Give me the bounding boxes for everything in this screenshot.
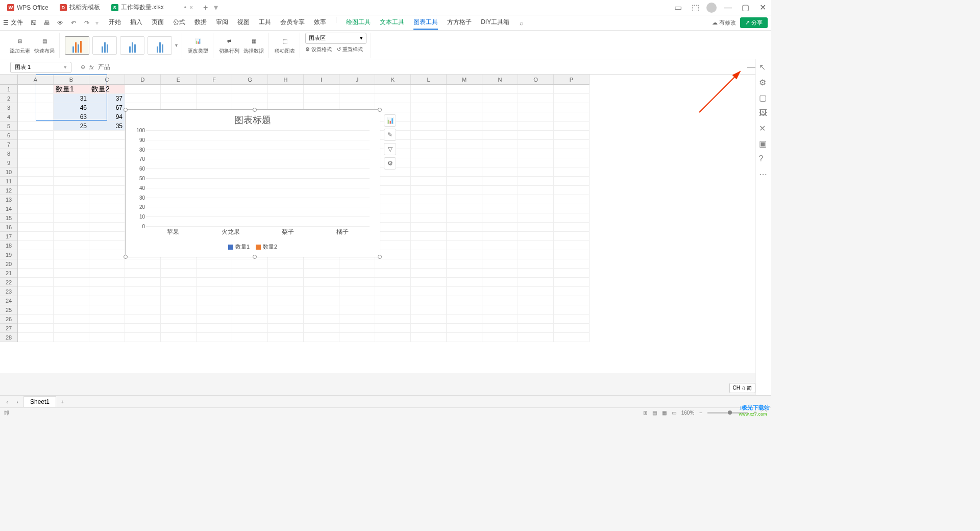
fx-label[interactable]: fx xyxy=(89,64,94,70)
cell[interactable]: 94 xyxy=(89,112,125,122)
cell[interactable] xyxy=(89,177,125,186)
row-header[interactable]: 1 xyxy=(0,85,17,94)
cell[interactable] xyxy=(18,250,54,259)
cell[interactable]: 35 xyxy=(89,122,125,131)
cell[interactable] xyxy=(518,315,554,324)
cell[interactable] xyxy=(518,122,554,131)
cell[interactable] xyxy=(375,94,411,103)
cell[interactable] xyxy=(197,296,232,305)
cell[interactable] xyxy=(554,85,590,94)
cell[interactable] xyxy=(18,140,54,149)
col-header[interactable]: K xyxy=(375,75,411,84)
tab-start[interactable]: 开始 xyxy=(109,16,121,30)
row-header[interactable]: 10 xyxy=(0,167,17,177)
cell[interactable] xyxy=(339,259,375,269)
share-button[interactable]: ↗ 分享 xyxy=(740,17,768,28)
cell[interactable] xyxy=(554,149,590,158)
cell[interactable] xyxy=(54,177,89,186)
cell[interactable] xyxy=(375,213,411,223)
cell[interactable] xyxy=(411,149,447,158)
cell[interactable] xyxy=(268,296,304,305)
cell[interactable] xyxy=(482,112,518,122)
cell[interactable] xyxy=(232,296,268,305)
col-header[interactable]: P xyxy=(554,75,590,84)
cell[interactable] xyxy=(482,296,518,305)
cell[interactable] xyxy=(518,94,554,103)
cell[interactable] xyxy=(54,278,89,287)
cell[interactable] xyxy=(411,112,447,122)
cell[interactable] xyxy=(411,232,447,241)
cell[interactable] xyxy=(411,85,447,94)
cell[interactable] xyxy=(304,296,339,305)
cell[interactable] xyxy=(482,232,518,241)
cell[interactable] xyxy=(89,241,125,250)
select-data-button[interactable]: ▦选择数据 xyxy=(243,36,264,55)
cell[interactable] xyxy=(18,333,54,342)
col-header[interactable]: B xyxy=(54,75,89,84)
close-window-icon[interactable]: ✕ xyxy=(756,2,769,14)
cell[interactable] xyxy=(447,315,482,324)
cell[interactable] xyxy=(554,223,590,232)
cell[interactable] xyxy=(482,241,518,250)
tab-member[interactable]: 会员专享 xyxy=(280,16,305,30)
chart-legend[interactable]: 数量1 数量2 xyxy=(126,243,380,251)
cell[interactable] xyxy=(232,333,268,342)
cell[interactable] xyxy=(518,186,554,195)
app-tab-workbook[interactable]: S 工作簿数量.xlsx • × xyxy=(106,1,198,14)
cell[interactable] xyxy=(518,223,554,232)
row-header[interactable]: 9 xyxy=(0,158,17,167)
cell[interactable] xyxy=(518,259,554,269)
cell[interactable] xyxy=(125,287,161,296)
cell[interactable] xyxy=(518,232,554,241)
cell[interactable] xyxy=(554,241,590,250)
cell[interactable] xyxy=(18,241,54,250)
more-icon[interactable]: ⋯ xyxy=(759,170,768,179)
cell[interactable] xyxy=(554,122,590,131)
cell[interactable] xyxy=(518,167,554,177)
row-header[interactable]: 18 xyxy=(0,241,17,250)
cell[interactable] xyxy=(339,296,375,305)
cell[interactable] xyxy=(482,167,518,177)
cell[interactable] xyxy=(447,112,482,122)
cell[interactable] xyxy=(161,94,197,103)
cell[interactable] xyxy=(482,223,518,232)
cell[interactable] xyxy=(375,259,411,269)
cell[interactable] xyxy=(411,305,447,315)
cell[interactable] xyxy=(54,250,89,259)
image-icon[interactable]: 🖼 xyxy=(759,108,768,117)
row-header[interactable]: 26 xyxy=(0,315,17,324)
chart-style-2[interactable] xyxy=(92,36,117,55)
cell[interactable] xyxy=(232,259,268,269)
cell[interactable] xyxy=(518,149,554,158)
formula-input[interactable]: 产品 xyxy=(98,63,747,71)
cell[interactable] xyxy=(89,195,125,204)
cell[interactable] xyxy=(197,278,232,287)
cell[interactable] xyxy=(554,259,590,269)
cell[interactable] xyxy=(161,296,197,305)
row-header[interactable]: 12 xyxy=(0,186,17,195)
cell[interactable] xyxy=(89,315,125,324)
cell[interactable] xyxy=(54,287,89,296)
cell[interactable]: 数量1 xyxy=(54,85,89,94)
cell[interactable] xyxy=(447,232,482,241)
cell[interactable] xyxy=(89,167,125,177)
cell[interactable] xyxy=(554,278,590,287)
cell[interactable] xyxy=(125,315,161,324)
cell[interactable] xyxy=(18,204,54,213)
cell[interactable] xyxy=(518,287,554,296)
cell[interactable] xyxy=(161,278,197,287)
cell[interactable] xyxy=(447,223,482,232)
cell[interactable] xyxy=(518,278,554,287)
row-header[interactable]: 20 xyxy=(0,259,17,269)
tab-draw-tool[interactable]: 绘图工具 xyxy=(346,16,371,30)
chart-style-4[interactable] xyxy=(148,36,172,55)
cell[interactable] xyxy=(482,259,518,269)
switch-rowcol-button[interactable]: ⇄切换行列 xyxy=(218,36,240,55)
cell[interactable] xyxy=(447,250,482,259)
col-header[interactable]: N xyxy=(482,75,518,84)
tab-text-tool[interactable]: 文本工具 xyxy=(380,16,404,30)
maximize-icon[interactable]: ▢ xyxy=(739,2,751,14)
cell[interactable] xyxy=(339,269,375,278)
cell[interactable] xyxy=(18,85,54,94)
cell[interactable] xyxy=(89,213,125,223)
